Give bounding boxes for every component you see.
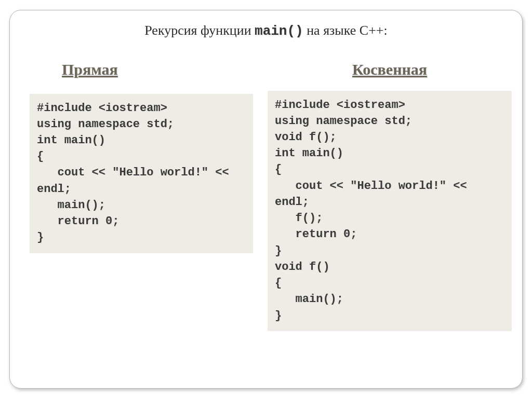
slide-frame: Рекурсия функции main() на языке С++: Пр… bbox=[9, 10, 523, 389]
left-code-block: #include <iostream> using namespace std;… bbox=[30, 94, 253, 253]
right-code-block: #include <iostream> using namespace std;… bbox=[268, 91, 512, 331]
columns-wrapper: Прямая #include <iostream> using namespa… bbox=[24, 61, 508, 331]
column-left: Прямая #include <iostream> using namespa… bbox=[30, 61, 253, 253]
title-mono-text: main() bbox=[255, 23, 303, 39]
column-right: Косвенная #include <iostream> using name… bbox=[268, 61, 512, 331]
title-text-before: Рекурсия функции bbox=[144, 23, 255, 38]
slide-title: Рекурсия функции main() на языке С++: bbox=[24, 23, 508, 39]
right-heading: Косвенная bbox=[268, 61, 512, 78]
left-heading: Прямая bbox=[30, 61, 253, 78]
title-text-after: на языке С++: bbox=[303, 23, 388, 38]
